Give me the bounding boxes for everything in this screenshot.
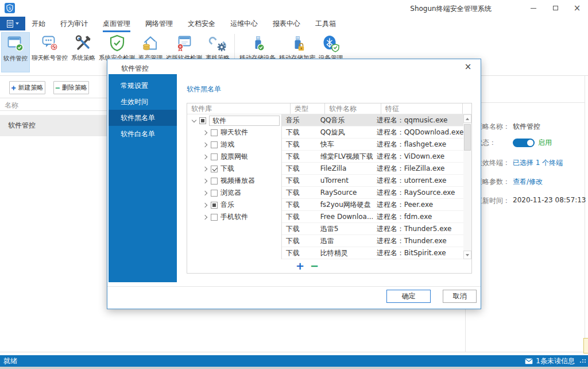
- blacklist-row-3[interactable]: 下载维棠FLV视频下载进程名：ViDown.exe: [282, 151, 464, 163]
- tree-node-label: 股票网银: [220, 152, 248, 162]
- menu-tab-2[interactable]: 桌面管理: [103, 16, 130, 32]
- column-header-name: 软件名称: [325, 103, 381, 114]
- chevron-right-icon[interactable]: [203, 179, 210, 183]
- tree-checkbox[interactable]: [211, 178, 218, 184]
- chevron-right-icon[interactable]: [203, 143, 210, 147]
- window-title: Shogun终端安全管理系统: [362, 4, 540, 14]
- tree-node-label: 音乐: [220, 200, 234, 210]
- tree-checkbox[interactable]: [211, 190, 218, 197]
- cell-name: RaySource: [316, 189, 373, 197]
- tree-node-2[interactable]: 游戏: [187, 139, 281, 151]
- blacklist-row-0[interactable]: 音乐QQ音乐进程名：qqmusic.exe: [282, 114, 464, 126]
- add-entry-button[interactable]: +: [296, 261, 304, 271]
- chevron-down-icon[interactable]: [191, 118, 199, 123]
- blacklist-row-10[interactable]: 下载迅雷进程名：Thunder.exe: [282, 235, 464, 247]
- close-icon: ×: [574, 4, 581, 13]
- menu-tab-3[interactable]: 网络管理: [145, 16, 173, 32]
- chevron-right-icon[interactable]: [203, 203, 210, 207]
- delete-policy-button[interactable]: − 删除策略: [53, 81, 89, 94]
- dialog-sidebar-item-2[interactable]: 软件黑名单: [109, 110, 177, 126]
- system-security-check-icon: [108, 34, 126, 52]
- svg-text:S: S: [9, 6, 11, 11]
- pirated-software-check-icon: [175, 34, 194, 52]
- scroll-down-button[interactable]: [463, 251, 471, 259]
- tree-node-3[interactable]: 股票网银: [187, 151, 281, 163]
- remove-entry-button[interactable]: −: [310, 261, 319, 271]
- cell-type: 下载: [282, 212, 316, 222]
- tree-checkbox[interactable]: [211, 166, 218, 172]
- ok-button[interactable]: 确定: [386, 290, 431, 303]
- tree-node-label: 浏览器: [220, 188, 241, 198]
- detail-row-0: 策略名称：软件管控: [466, 122, 585, 132]
- menu-tab-0[interactable]: 开始: [32, 16, 45, 32]
- dialog-sidebar-item-1[interactable]: 生效时间: [109, 94, 177, 110]
- tree-node-1[interactable]: 聊天软件: [187, 126, 281, 139]
- tree-node-6[interactable]: 浏览器: [187, 187, 281, 199]
- chevron-right-icon[interactable]: [203, 191, 210, 195]
- tree-node-5[interactable]: 视频播放器: [187, 175, 281, 187]
- blacklist-row-6[interactable]: 下载RaySource进程名：RaySource.exe: [282, 187, 464, 199]
- scrollbar-thumb[interactable]: [464, 124, 471, 151]
- menu-tab-5[interactable]: 运维中心: [230, 16, 258, 32]
- blacklist-row-5[interactable]: 下载uTorrent进程名：utorrent.exe: [282, 175, 464, 187]
- blacklist-row-7[interactable]: 下载fs2you网络硬盘进程名：Peer.exe: [282, 199, 464, 211]
- new-policy-button[interactable]: + 新建策略: [9, 81, 45, 94]
- blacklist-row-1[interactable]: 下载QQ旋风进程名：QQDownload.exe: [282, 126, 464, 139]
- tree-node-label: 手机软件: [220, 212, 248, 222]
- main-menu-button[interactable]: [0, 17, 25, 30]
- menu-tab-6[interactable]: 报表中心: [273, 16, 300, 32]
- blacklist-row-2[interactable]: 下载快车进程名：flashget.exe: [282, 139, 464, 151]
- menu-tab-4[interactable]: 文档安全: [188, 16, 215, 32]
- tree-checkbox[interactable]: [211, 141, 218, 148]
- asset-management-icon: [141, 34, 160, 52]
- tree-node-7[interactable]: 音乐: [187, 199, 281, 211]
- blacklist-row-4[interactable]: 下载FileZilla进程名：FileZilla.exe: [282, 163, 464, 175]
- software-control-icon: [6, 34, 25, 53]
- tree-checkbox[interactable]: [211, 214, 218, 221]
- blacklist-row-9[interactable]: 下载迅雷5进程名：Thunder5.exe: [282, 223, 464, 235]
- maximize-button[interactable]: [544, 0, 566, 16]
- tree-checkbox[interactable]: [199, 117, 206, 124]
- scroll-up-button[interactable]: [463, 114, 471, 123]
- detail-link[interactable]: 已选择 1 个终端: [513, 158, 563, 168]
- menu-tab-7[interactable]: 工具箱: [315, 16, 336, 32]
- ribbon-item-2[interactable]: 系统策略: [69, 32, 97, 72]
- system-policy-icon: [74, 34, 92, 52]
- close-button[interactable]: ×: [566, 0, 588, 16]
- chevron-right-icon[interactable]: [203, 167, 210, 171]
- menu-tab-1[interactable]: 行为审计: [60, 16, 88, 32]
- status-toggle-on[interactable]: [513, 139, 535, 147]
- dialog-sidebar: 常规设置生效时间软件黑名单软件白名单: [109, 74, 177, 282]
- ribbon-item-1[interactable]: 聊天帐号管控: [30, 32, 69, 72]
- blacklist-row-8[interactable]: 下载Free Downloa...进程名：fdm.exe: [282, 211, 464, 223]
- detail-link[interactable]: 查看/修改: [513, 177, 543, 187]
- chevron-right-icon[interactable]: [203, 215, 210, 220]
- column-header-library: 软件库: [187, 103, 291, 114]
- blacklist-row-11[interactable]: 下载比特精灵进程名：BitSpirit.exe: [282, 247, 464, 259]
- dialog-sidebar-item-3[interactable]: 软件白名单: [109, 126, 177, 142]
- ribbon-item-0[interactable]: 软件管控: [1, 32, 30, 72]
- dialog-sidebar-item-0[interactable]: 常规设置: [109, 78, 177, 94]
- cancel-button[interactable]: 取消: [443, 290, 477, 303]
- cell-name: QQ音乐: [316, 116, 373, 125]
- tree-node-label: 游戏: [220, 140, 234, 149]
- detail-value: 2020-11-23 08:57:13: [513, 196, 586, 204]
- cell-feature: 进程名：Thunder5.exe: [373, 224, 464, 234]
- minimize-button[interactable]: [523, 0, 544, 16]
- tree-node-0[interactable]: 软件: [187, 114, 281, 126]
- table-scrollbar[interactable]: [463, 114, 471, 259]
- tree-checkbox[interactable]: [211, 153, 218, 160]
- offline-policy-icon: [208, 34, 227, 52]
- plus-icon: +: [11, 84, 16, 91]
- tree-node-4[interactable]: 下载: [187, 163, 281, 175]
- tree-node-8[interactable]: 手机软件: [187, 211, 281, 223]
- tree-checkbox[interactable]: [211, 202, 218, 209]
- dialog-close-button[interactable]: ×: [463, 62, 473, 72]
- unread-messages-text[interactable]: 1条未读信息: [536, 356, 575, 366]
- cell-type: 下载: [282, 164, 316, 174]
- tree-checkbox[interactable]: [211, 129, 218, 136]
- chevron-right-icon[interactable]: [203, 130, 210, 135]
- chevron-right-icon[interactable]: [203, 155, 210, 159]
- menu-bar: 开始行为审计桌面管理网络管理文档安全运维中心报表中心工具箱: [0, 16, 588, 32]
- cell-feature: 进程名：qqmusic.exe: [373, 116, 464, 125]
